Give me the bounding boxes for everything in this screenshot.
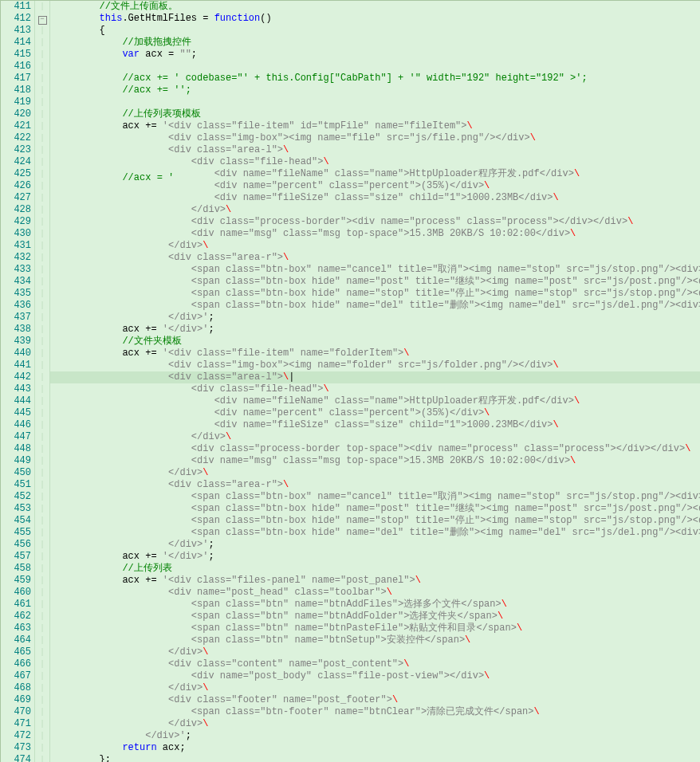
code-line[interactable]: </div>'; [50, 539, 700, 551]
line-number[interactable]: 422 [1, 132, 34, 144]
code-line[interactable]: <div name="msg" class="msg top-space">15… [50, 228, 700, 240]
fold-marker[interactable]: | [35, 324, 49, 336]
code-line[interactable]: <span class="btn-box" name="cancel" titl… [50, 491, 700, 503]
fold-marker[interactable]: | [35, 479, 49, 491]
code-line[interactable]: <span class="btn" name="btnSetup">安装控件</… [50, 634, 700, 646]
line-number[interactable]: 415 [1, 49, 34, 61]
fold-marker[interactable]: | [35, 646, 49, 658]
line-number[interactable]: 416 [1, 61, 34, 73]
fold-marker[interactable]: | [35, 551, 49, 563]
fold-marker[interactable]: − [35, 13, 49, 25]
fold-marker[interactable]: | [35, 730, 49, 742]
line-number[interactable]: 447 [1, 431, 34, 443]
code-line[interactable]: </div>\ [50, 204, 700, 216]
code-line[interactable]: //acx = ' [50, 61, 700, 73]
code-line[interactable]: <div class="process-border top-space"><d… [50, 443, 700, 455]
fold-marker[interactable]: | [35, 84, 49, 96]
line-number[interactable]: 438 [1, 324, 34, 336]
fold-marker[interactable]: | [35, 156, 49, 168]
code-line[interactable]: //上传列表 [50, 563, 700, 575]
fold-marker[interactable]: | [35, 180, 49, 192]
line-number[interactable]: 465 [1, 646, 34, 658]
line-number[interactable]: 433 [1, 264, 34, 276]
line-number[interactable]: 464 [1, 634, 34, 646]
line-number[interactable]: 455 [1, 527, 34, 539]
fold-marker[interactable]: | [35, 491, 49, 503]
fold-marker[interactable]: | [35, 216, 49, 228]
fold-marker[interactable]: | [35, 670, 49, 682]
fold-marker[interactable]: | [35, 312, 49, 324]
fold-marker[interactable]: | [35, 240, 49, 252]
line-number[interactable]: 444 [1, 395, 34, 407]
fold-column[interactable]: |−||||||||||||||||||||||||||||||||||||||… [35, 1, 50, 762]
code-line[interactable]: </div>\ [50, 467, 700, 479]
fold-marker[interactable]: | [35, 1, 49, 13]
code-line[interactable]: <div name="fileName" class="name">HttpUp… [50, 168, 700, 180]
code-line[interactable]: </div>\ [50, 682, 700, 694]
line-number[interactable]: 429 [1, 216, 34, 228]
code-line[interactable]: <div class="process-border"><div name="p… [50, 216, 700, 228]
line-number[interactable]: 467 [1, 670, 34, 682]
line-number[interactable]: 412 [1, 13, 34, 25]
fold-marker[interactable]: | [35, 204, 49, 216]
fold-marker[interactable]: | [35, 682, 49, 694]
line-number[interactable]: 471 [1, 718, 34, 730]
line-number[interactable]: 411 [1, 1, 34, 13]
code-line[interactable]: <div class="area-l">\ [50, 371, 700, 383]
line-number[interactable]: 418 [1, 84, 34, 96]
line-number-gutter[interactable]: 4114124134144154164174184194204214224234… [1, 1, 35, 762]
line-number[interactable]: 445 [1, 407, 34, 419]
line-number[interactable]: 414 [1, 37, 34, 49]
code-line[interactable]: <div name="msg" class="msg top-space">15… [50, 455, 700, 467]
code-line[interactable]: <div class="img-box"><img name="file" sr… [50, 132, 700, 144]
code-line[interactable]: <div name="percent" class="percent">(35%… [50, 407, 700, 419]
line-number[interactable]: 431 [1, 240, 34, 252]
code-line[interactable]: }; [50, 754, 700, 762]
fold-marker[interactable]: | [35, 132, 49, 144]
code-line[interactable]: <span class="btn" name="btnAddFiles">选择多… [50, 599, 700, 611]
line-number[interactable]: 420 [1, 108, 34, 120]
fold-marker[interactable]: | [35, 718, 49, 730]
fold-marker[interactable]: | [35, 371, 49, 383]
line-number[interactable]: 453 [1, 503, 34, 515]
fold-marker[interactable]: | [35, 575, 49, 587]
code-line[interactable]: acx += '<div class="file-item" id="tmpFi… [50, 120, 700, 132]
code-line[interactable]: acx += '<div class="files-panel" name="p… [50, 575, 700, 587]
line-number[interactable]: 450 [1, 467, 34, 479]
code-line[interactable]: <div name="percent" class="percent">(35%… [50, 180, 700, 192]
fold-marker[interactable]: | [35, 539, 49, 551]
fold-marker[interactable]: | [35, 563, 49, 575]
line-number[interactable]: 474 [1, 754, 34, 762]
fold-marker[interactable]: | [35, 264, 49, 276]
code-line[interactable]: { [50, 25, 700, 37]
code-line[interactable]: </div>'; [50, 312, 700, 324]
code-line[interactable]: <div name="fileSize" class="size" child=… [50, 419, 700, 431]
code-line[interactable]: <div class="img-box"><img name="folder" … [50, 359, 700, 371]
code-line[interactable]: <span class="btn-box hide" name="del" ti… [50, 300, 700, 312]
line-number[interactable]: 435 [1, 288, 34, 300]
line-number[interactable]: 425 [1, 168, 34, 180]
code-line[interactable]: //acx += ' codebase="' + this.Config["Ca… [50, 73, 700, 84]
fold-marker[interactable]: | [35, 395, 49, 407]
code-line[interactable]: var acx = ""; [50, 49, 700, 61]
fold-marker[interactable]: | [35, 634, 49, 646]
fold-marker[interactable]: | [35, 192, 49, 204]
line-number[interactable]: 449 [1, 455, 34, 467]
fold-marker[interactable]: | [35, 168, 49, 180]
fold-marker[interactable]: | [35, 503, 49, 515]
fold-marker[interactable]: | [35, 288, 49, 300]
code-line[interactable]: return acx; [50, 742, 700, 754]
fold-marker[interactable]: | [35, 527, 49, 539]
fold-marker[interactable]: | [35, 443, 49, 455]
code-line[interactable]: <span class="btn-box hide" name="del" ti… [50, 527, 700, 539]
fold-marker[interactable]: | [35, 49, 49, 61]
fold-marker[interactable]: | [35, 144, 49, 156]
fold-marker[interactable]: | [35, 694, 49, 706]
code-line[interactable]: <div class="footer" name="post_footer">\ [50, 694, 700, 706]
line-number[interactable]: 457 [1, 551, 34, 563]
fold-marker[interactable]: | [35, 587, 49, 599]
line-number[interactable]: 461 [1, 599, 34, 611]
fold-marker[interactable]: | [35, 623, 49, 634]
code-line[interactable]: acx += '</div>'; [50, 551, 700, 563]
fold-marker[interactable]: | [35, 431, 49, 443]
